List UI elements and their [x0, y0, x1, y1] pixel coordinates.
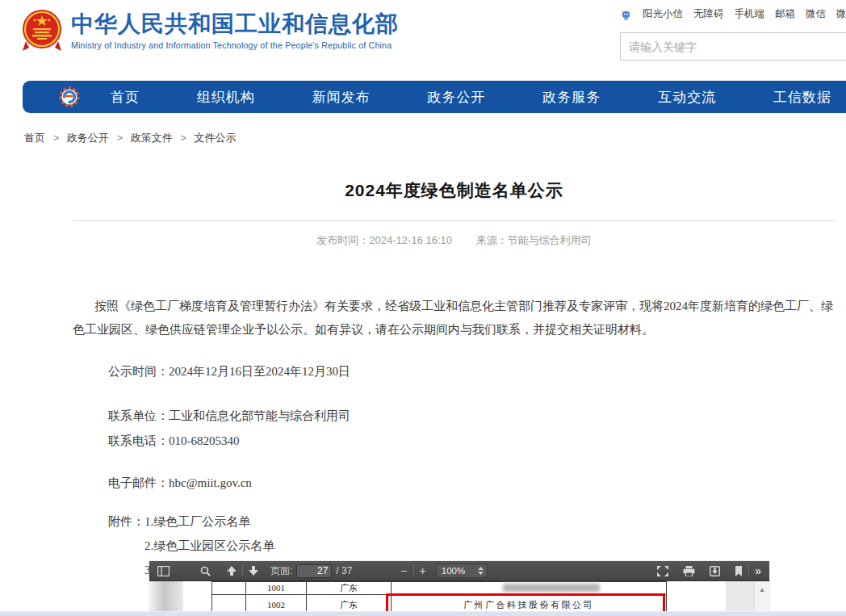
select-spinner-icon: [478, 567, 484, 575]
article: 2024年度绿色制造名单公示 发布时间：2024-12-16 16:10 来源：…: [73, 179, 836, 587]
article-title: 2024年度绿色制造名单公示: [73, 179, 836, 202]
page-label: 页面:: [270, 564, 292, 578]
pdf-table: 1001 广东 1002 广东 广州广合科技股份有限公司: [212, 580, 667, 616]
attachment-green-industrial-park-list[interactable]: 2.绿色工业园区公示名单: [144, 538, 311, 554]
breadcrumb: 首页 > 政务公开 > 政策文件 > 文件公示: [24, 131, 237, 145]
sidebar-toggle-icon: [157, 566, 170, 576]
source-value: 节能与综合利用司: [508, 234, 592, 246]
contact-phone: 联系电话：010-68205340: [73, 434, 836, 449]
attachment-green-factory-list[interactable]: 1.绿色工厂公示名单: [144, 514, 311, 530]
top-link-mobile[interactable]: 手机端: [735, 7, 765, 21]
next-page-button[interactable]: [247, 564, 260, 577]
find-button[interactable]: [199, 564, 212, 578]
sidebar-toggle-button[interactable]: [156, 564, 171, 578]
notice-period: 公示时间：2024年12月16日至2024年12月30日: [73, 364, 836, 379]
bookmark-icon: [735, 566, 743, 576]
download-button[interactable]: [708, 564, 722, 578]
breadcrumb-home[interactable]: 首页: [24, 132, 45, 144]
pdf-toolbar: 页面: / 37 − + 100%: [149, 561, 769, 581]
toolbar-divider: [413, 565, 414, 576]
contact-unit: 联系单位：工业和信息化部节能与综合利用司: [73, 409, 836, 424]
more-tools-button[interactable]: »: [753, 564, 763, 578]
zoom-level-value: 100%: [442, 566, 465, 576]
national-emblem-icon: [21, 7, 63, 54]
highlighted-company-name: 广州广合科技股份有限公司: [463, 600, 594, 610]
article-paragraph: 按照《绿色工厂梯度培育及管理暂行办法》有关要求，经省级工业和信息化主管部门推荐及…: [73, 295, 836, 342]
publish-time-value: 2024-12-16 16:10: [369, 234, 452, 246]
cell-seq: 1001: [246, 581, 307, 594]
table-row-1001: 1001 广东: [212, 581, 667, 594]
site-title: 中华人民共和国工业和信息化部: [71, 11, 399, 37]
breadcrumb-separator: >: [116, 132, 123, 144]
source-label: 来源：: [476, 234, 508, 246]
nav-gear-logo-icon[interactable]: [59, 86, 80, 107]
arrow-up-icon: [227, 566, 237, 576]
contact-email: 电子邮件：hbc@miit.gov.cn: [73, 476, 836, 491]
site-brand[interactable]: 中华人民共和国工业和信息化部 Ministry of Industry and …: [21, 7, 399, 54]
nav-item-news[interactable]: 新闻发布: [312, 88, 371, 107]
arrow-down-icon: [249, 566, 258, 576]
nav-item-organization[interactable]: 组织机构: [197, 88, 255, 107]
presentation-mode-button[interactable]: [655, 564, 670, 578]
bookmark-button[interactable]: [733, 564, 744, 578]
assistant-robot-icon: [620, 8, 632, 21]
title-divider: [73, 220, 836, 221]
attachments-label: 附件：: [108, 514, 144, 587]
scroll-up-arrow-icon[interactable]: ▲: [755, 587, 769, 593]
breadcrumb-file-publicity[interactable]: 文件公示: [195, 132, 237, 144]
top-link-accessibility[interactable]: 无障碍: [693, 7, 724, 21]
top-link-wechat[interactable]: 微信: [806, 7, 826, 21]
top-link-sunshine-assistant[interactable]: 阳光小信: [643, 7, 683, 21]
previous-page-button[interactable]: [225, 564, 238, 577]
breadcrumb-policy-files[interactable]: 政策文件: [131, 132, 173, 144]
page-total: / 37: [336, 565, 352, 576]
site-subtitle: Ministry of Industry and Information Tec…: [71, 40, 399, 50]
nav-item-data[interactable]: 工信数据: [773, 88, 831, 107]
cell-company-redacted: [392, 581, 667, 594]
nav-items: 首页 组织机构 新闻发布 政务公开 政务服务 互动交流 工信数据: [80, 88, 846, 107]
fullscreen-icon: [657, 566, 668, 576]
main-nav: 首页 组织机构 新闻发布 政务公开 政务服务 互动交流 工信数据: [23, 81, 846, 113]
bottom-strip: [0, 611, 846, 616]
nav-item-gov-disclosure[interactable]: 政务公开: [427, 88, 485, 107]
print-icon: [683, 566, 695, 576]
print-button[interactable]: [681, 564, 697, 578]
toolbar-divider: [748, 565, 749, 576]
cell-province: 广东: [307, 581, 392, 594]
top-link-mailbox[interactable]: 邮箱: [775, 7, 795, 21]
pdf-viewer: 页面: / 37 − + 100%: [149, 561, 769, 616]
zoom-in-button[interactable]: +: [418, 563, 428, 579]
nav-item-home[interactable]: 首页: [111, 88, 140, 107]
publish-time-label: 发布时间：: [316, 234, 369, 246]
breadcrumb-separator: >: [180, 132, 186, 144]
nav-item-interaction[interactable]: 互动交流: [658, 88, 716, 107]
breadcrumb-separator: >: [53, 132, 60, 144]
nav-item-gov-services[interactable]: 政务服务: [542, 88, 601, 107]
top-link-weibo[interactable]: 微博: [836, 7, 846, 21]
zoom-out-button[interactable]: −: [399, 563, 408, 579]
search-input[interactable]: [620, 32, 846, 61]
article-meta: 发布时间：2024-12-16 16:10 来源：节能与综合利用司: [73, 233, 836, 248]
breadcrumb-gov-disclosure[interactable]: 政务公开: [67, 132, 109, 144]
page: 中华人民共和国工业和信息化部 Ministry of Industry and …: [0, 0, 846, 616]
search-icon: [200, 566, 211, 576]
page-number-input[interactable]: [296, 564, 332, 578]
redacted-company-blur: [503, 584, 600, 592]
top-links: 阳光小信 无障碍 手机端 邮箱 微信 微博: [620, 7, 846, 21]
zoom-level-select[interactable]: 100%: [436, 564, 488, 578]
download-icon: [710, 566, 720, 576]
toolbar-divider: [242, 565, 243, 576]
